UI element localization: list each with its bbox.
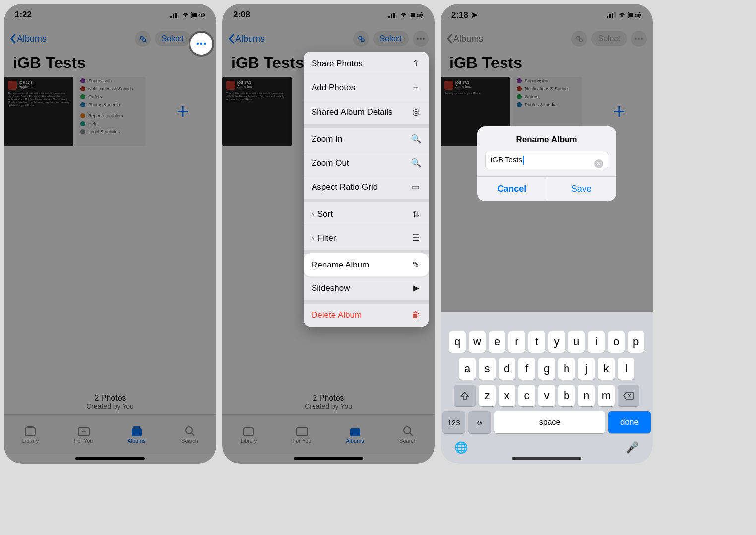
svg-point-33 <box>417 38 419 40</box>
back-button[interactable]: Albums <box>228 34 265 44</box>
globe-icon[interactable]: 🌐 <box>454 441 468 454</box>
key-v[interactable]: v <box>538 385 555 406</box>
svg-line-40 <box>410 433 413 436</box>
svg-text:39: 39 <box>417 13 421 18</box>
emoji-icon: ☺ <box>476 418 483 427</box>
svg-rect-3 <box>178 12 179 18</box>
key-shift[interactable] <box>454 385 476 406</box>
key-b[interactable]: b <box>558 385 575 406</box>
menu-share-photos[interactable]: Share Photos⇧ <box>304 52 429 75</box>
key-backspace[interactable] <box>618 385 639 406</box>
add-photo-tile[interactable]: + <box>149 77 216 146</box>
key-w[interactable]: w <box>469 331 486 353</box>
svg-point-31 <box>359 36 362 39</box>
select-button[interactable]: Select <box>373 31 409 46</box>
svg-point-22 <box>204 43 206 45</box>
nav-bar: Albums Select <box>222 26 435 52</box>
shared-library-icon[interactable] <box>353 31 369 47</box>
svg-rect-26 <box>396 12 397 18</box>
svg-rect-28 <box>411 13 415 17</box>
ellipsis-icon <box>196 42 206 45</box>
key-s[interactable]: s <box>479 358 496 380</box>
tab-search[interactable]: Search <box>381 415 435 454</box>
keyboard: q w e r t y u i o p a s d f g h j k l z … <box>441 312 653 464</box>
svg-rect-17 <box>133 426 140 428</box>
back-label: Albums <box>235 34 265 44</box>
key-done[interactable]: done <box>608 411 651 433</box>
keyboard-row-4: 123 ☺ space done <box>442 411 651 433</box>
key-d[interactable]: d <box>499 358 515 380</box>
tab-albums[interactable]: Albums <box>110 415 163 454</box>
key-x[interactable]: x <box>499 385 515 406</box>
key-t[interactable]: t <box>528 331 545 353</box>
key-f[interactable]: f <box>518 358 535 380</box>
key-o[interactable]: o <box>608 331 625 353</box>
key-p[interactable]: p <box>628 331 644 353</box>
chevron-right-icon: › <box>312 209 315 219</box>
tab-for-you[interactable]: For You <box>275 415 328 454</box>
select-button[interactable]: Select <box>155 31 190 46</box>
photo-thumbnail[interactable]: iOS 17.3Apple Inc.This update introduces… <box>222 77 292 146</box>
menu-slideshow[interactable]: Slideshow▶ <box>304 276 429 300</box>
created-by-label: Created by You <box>4 402 216 410</box>
library-icon <box>24 426 37 437</box>
svg-point-21 <box>200 43 202 45</box>
keyboard-row-2: a s d f g h j k l <box>442 358 651 380</box>
key-n[interactable]: n <box>578 385 595 406</box>
back-button[interactable]: Albums <box>10 34 47 44</box>
save-button[interactable]: Save <box>547 177 617 201</box>
menu-zoom-in[interactable]: Zoom In🔍 <box>304 128 429 151</box>
mic-icon[interactable]: 🎤 <box>626 441 639 454</box>
svg-point-9 <box>143 39 146 42</box>
key-j[interactable]: j <box>578 358 595 380</box>
photo-thumbnail[interactable]: iOS 17.3Apple Inc. This update introduce… <box>4 77 73 146</box>
key-m[interactable]: m <box>598 385 615 406</box>
key-z[interactable]: z <box>479 385 496 406</box>
key-numbers[interactable]: 123 <box>442 411 465 433</box>
chevron-right-icon: › <box>312 233 315 243</box>
photo-thumbnail[interactable]: Supervision Notifications & Sounds Order… <box>76 77 146 146</box>
svg-line-19 <box>191 433 194 436</box>
svg-text:42: 42 <box>198 13 203 18</box>
key-a[interactable]: a <box>459 358 476 380</box>
menu-zoom-out[interactable]: Zoom Out🔍 <box>304 151 429 175</box>
tab-search[interactable]: Search <box>163 415 216 454</box>
more-button[interactable] <box>413 31 429 47</box>
pencil-icon: ✎ <box>411 260 421 270</box>
key-q[interactable]: q <box>449 331 466 353</box>
tab-for-you[interactable]: For You <box>57 415 110 454</box>
created-by-label: Created by You <box>222 402 435 410</box>
menu-delete-album[interactable]: Delete Album🗑 <box>304 304 429 327</box>
filter-icon: ☰ <box>411 233 421 243</box>
key-u[interactable]: u <box>568 331 585 353</box>
key-i[interactable]: i <box>588 331 605 353</box>
tab-library[interactable]: Library <box>4 415 57 454</box>
menu-rename-album[interactable]: Rename Album✎ <box>304 253 429 277</box>
key-e[interactable]: e <box>489 331 505 353</box>
tab-albums[interactable]: Albums <box>328 415 381 454</box>
photo-count: 2 Photos <box>4 394 216 402</box>
key-c[interactable]: c <box>518 385 535 406</box>
album-name-input[interactable]: iGB Tests <box>485 151 608 169</box>
key-space[interactable]: space <box>494 411 605 433</box>
share-icon: ⇧ <box>411 58 421 68</box>
key-r[interactable]: r <box>508 331 525 353</box>
key-k[interactable]: k <box>598 358 615 380</box>
svg-point-39 <box>404 427 411 434</box>
menu-add-photos[interactable]: Add Photos＋ <box>304 75 429 100</box>
menu-filter[interactable]: ›Filter☰ <box>304 226 429 250</box>
menu-shared-details[interactable]: Shared Album Details◎ <box>304 100 429 124</box>
tab-library[interactable]: Library <box>222 415 275 454</box>
keyboard-row-1: q w e r t y u i o p <box>442 331 651 353</box>
key-h[interactable]: h <box>558 358 575 380</box>
menu-aspect-ratio[interactable]: Aspect Ratio Grid▭ <box>304 175 429 199</box>
shared-library-icon[interactable] <box>135 31 151 47</box>
key-y[interactable]: y <box>548 331 565 353</box>
clear-input-icon[interactable]: ✕ <box>594 159 603 168</box>
key-emoji[interactable]: ☺ <box>468 411 491 433</box>
key-l[interactable]: l <box>618 358 634 380</box>
key-g[interactable]: g <box>538 358 555 380</box>
menu-sort[interactable]: ›Sort⇅ <box>304 202 429 226</box>
svg-rect-23 <box>388 16 390 18</box>
cancel-button[interactable]: Cancel <box>477 177 547 201</box>
